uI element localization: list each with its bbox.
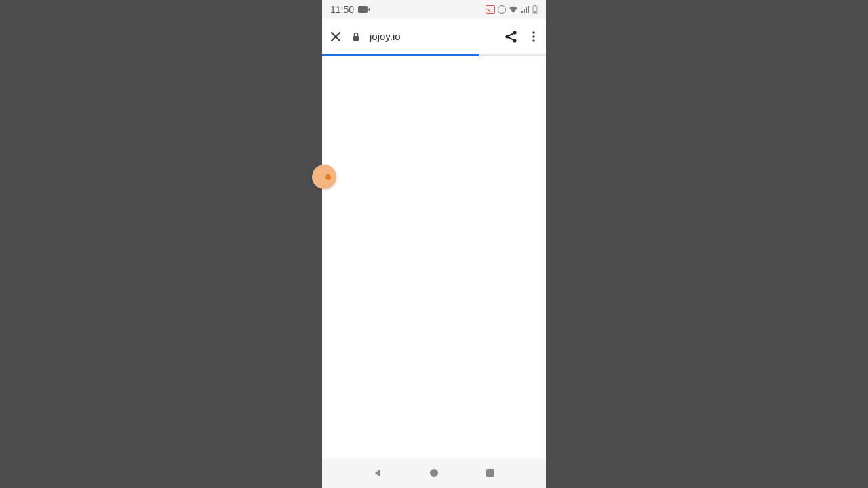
cast-icon [486,5,495,14]
status-bar: 11:50 [322,0,546,19]
status-time: 11:50 [330,4,354,15]
svg-point-5 [505,35,509,38]
svg-point-8 [532,35,535,38]
dnd-icon [498,5,506,14]
svg-point-9 [532,39,535,42]
phone-frame: 11:50 jojoy.io [322,0,546,488]
url-text[interactable]: jojoy.io [370,30,401,42]
nav-recent-button[interactable] [477,460,504,487]
svg-point-7 [532,31,535,34]
navigation-bar [322,458,546,488]
status-right [486,5,538,14]
svg-point-6 [513,39,516,42]
svg-rect-11 [486,469,494,477]
nav-home-button[interactable] [420,460,448,487]
svg-rect-3 [353,36,359,41]
svg-point-10 [430,469,438,477]
svg-point-4 [513,30,516,34]
close-icon[interactable] [329,30,342,43]
camera-icon [358,6,368,13]
wifi-icon [509,5,518,14]
screen-recorder-button[interactable] [312,165,336,189]
nav-back-button[interactable] [364,460,391,487]
status-left: 11:50 [330,4,368,15]
menu-icon[interactable] [528,30,539,43]
browser-toolbar: jojoy.io [322,19,546,54]
svg-rect-2 [534,11,536,13]
share-icon[interactable] [504,29,519,44]
signal-icon [521,5,530,14]
lock-icon [352,32,360,41]
svg-rect-1 [534,5,536,7]
battery-icon [532,5,538,14]
page-content [322,56,546,458]
